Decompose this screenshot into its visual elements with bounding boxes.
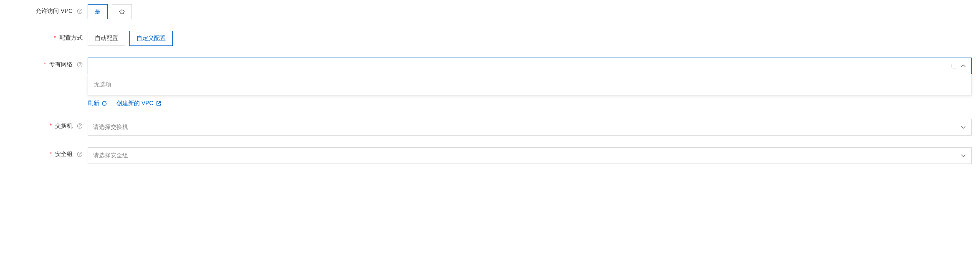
vpc-dropdown-panel: 无选项 [88, 74, 972, 96]
required-asterisk: * [44, 61, 46, 68]
loading-spinner-icon [951, 63, 957, 69]
vpc-control: 无选项 刷新 创建新的 VPC [88, 58, 972, 107]
chevron-up-icon [960, 63, 966, 69]
config-mode-row: * 配置方式 自动配置 自定义配置 [8, 31, 972, 46]
config-auto-button[interactable]: 自动配置 [88, 31, 125, 46]
config-mode-radio-group: 自动配置 自定义配置 [88, 31, 972, 46]
vswitch-control: 请选择交换机 [88, 119, 972, 136]
security-group-control: 请选择安全组 [88, 147, 972, 164]
vswitch-select-icons [960, 124, 966, 130]
allow-vpc-no-button[interactable]: 否 [112, 4, 132, 19]
refresh-link-text: 刷新 [88, 100, 99, 107]
vpc-select-icons [951, 63, 966, 69]
config-custom-button[interactable]: 自定义配置 [129, 31, 173, 46]
chevron-down-icon [960, 124, 966, 130]
vswitch-placeholder: 请选择交换机 [93, 123, 128, 131]
label-text: 配置方式 [59, 34, 83, 41]
allow-vpc-yes-button[interactable]: 是 [88, 4, 108, 19]
vpc-dropdown-empty: 无选项 [88, 74, 971, 95]
allow-vpc-control: 是 否 [88, 4, 972, 19]
help-icon[interactable] [77, 151, 83, 157]
allow-vpc-row: 允许访问 VPC 是 否 [8, 4, 972, 19]
config-mode-label: * 配置方式 [8, 31, 88, 42]
vpc-row: * 专有网络 无选项 [8, 58, 972, 107]
vpc-action-links: 刷新 创建新的 VPC [88, 100, 972, 107]
label-text: 安全组 [55, 151, 73, 157]
svg-point-3 [79, 66, 80, 66]
vpc-select[interactable] [88, 58, 972, 74]
label-text: 允许访问 VPC [35, 8, 73, 14]
svg-point-1 [79, 13, 80, 13]
svg-point-7 [79, 156, 80, 156]
vswitch-row: * 交换机 请选择交换机 [8, 119, 972, 136]
create-vpc-link-text: 创建新的 VPC [116, 100, 154, 107]
help-icon[interactable] [77, 62, 83, 68]
config-mode-control: 自动配置 自定义配置 [88, 31, 972, 46]
vswitch-label: * 交换机 [8, 119, 88, 130]
security-group-select[interactable]: 请选择安全组 [88, 147, 972, 164]
chevron-down-icon [960, 153, 966, 159]
refresh-icon [101, 101, 107, 106]
security-group-placeholder: 请选择安全组 [93, 152, 128, 159]
label-text: 专有网络 [49, 61, 73, 68]
svg-point-5 [79, 127, 80, 128]
allow-vpc-label: 允许访问 VPC [8, 4, 88, 15]
vpc-select-wrapper: 无选项 [88, 58, 972, 96]
required-asterisk: * [54, 34, 56, 41]
security-group-select-icons [960, 153, 966, 159]
help-icon[interactable] [77, 8, 83, 14]
required-asterisk: * [50, 122, 52, 129]
vswitch-select[interactable]: 请选择交换机 [88, 119, 972, 136]
external-link-icon [156, 101, 162, 106]
vpc-label: * 专有网络 [8, 58, 88, 68]
label-text: 交换机 [55, 122, 73, 129]
required-asterisk: * [50, 151, 52, 157]
create-vpc-link[interactable]: 创建新的 VPC [116, 100, 162, 107]
allow-vpc-radio-group: 是 否 [88, 4, 972, 19]
refresh-link[interactable]: 刷新 [88, 100, 107, 107]
security-group-label: * 安全组 [8, 147, 88, 158]
security-group-row: * 安全组 请选择安全组 [8, 147, 972, 164]
help-icon[interactable] [77, 123, 83, 129]
